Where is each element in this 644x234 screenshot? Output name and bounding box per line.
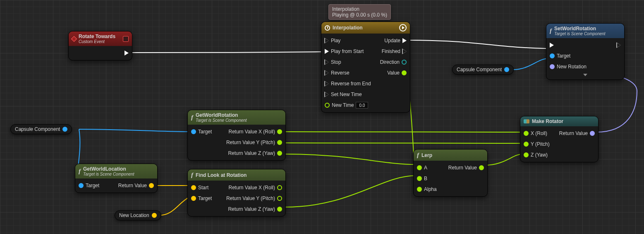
node-tooltip: Interpolation Playing @ 0.00 s (0.0 %)	[328, 4, 391, 20]
node-subtitle: Target is Scene Component	[196, 118, 247, 123]
node-make-rotator[interactable]: Make Rotator X (Roll) Return Value Y (Pi…	[520, 116, 599, 162]
stop-exec-pin[interactable]	[325, 60, 329, 65]
node-title: Find Look at Rotation	[196, 172, 247, 178]
direction-pin[interactable]	[402, 60, 407, 65]
z-yaw-pin[interactable]	[524, 152, 529, 157]
play-exec-pin[interactable]	[325, 38, 329, 43]
target-pin[interactable]	[191, 196, 196, 201]
function-icon: f	[191, 114, 193, 121]
node-subtitle: Target is Scene Component	[83, 172, 134, 176]
node-title: GetWorldLocation	[83, 166, 126, 172]
output-pin[interactable]	[152, 213, 157, 218]
var-label: Capsule Component	[457, 67, 502, 72]
var-new-location[interactable]: New Location	[115, 210, 161, 220]
roll-out-pin[interactable]	[277, 185, 282, 190]
exec-out-pin[interactable]	[124, 51, 129, 55]
new-time-pin[interactable]	[325, 103, 330, 108]
node-rotate-towards[interactable]: Rotate Towards Custom Event	[68, 31, 132, 60]
reverse-from-end-exec-pin[interactable]	[325, 81, 329, 86]
alpha-pin[interactable]	[417, 187, 422, 192]
output-pin[interactable]	[504, 67, 509, 72]
node-get-world-rotation[interactable]: f GetWorldRotation Target is Scene Compo…	[187, 110, 286, 161]
make-struct-icon	[524, 119, 529, 123]
output-pin[interactable]	[62, 127, 67, 132]
return-value-pin[interactable]	[479, 165, 484, 170]
function-icon: f	[550, 27, 552, 34]
node-lerp[interactable]: f Lerp A Return Value B Alpha	[413, 149, 488, 197]
node-set-world-rotation[interactable]: f SetWorldRotation Target is Scene Compo…	[546, 23, 625, 80]
function-icon: f	[191, 171, 193, 179]
yaw-out-pin[interactable]	[277, 151, 282, 156]
set-new-time-exec-pin[interactable]	[325, 92, 329, 97]
value-pin[interactable]	[402, 70, 407, 75]
node-title: SetWorldRotation	[554, 26, 596, 31]
delegate-pin[interactable]	[123, 36, 129, 42]
b-pin[interactable]	[417, 176, 422, 181]
node-find-look-at-rotation[interactable]: f Find Look at Rotation Start Return Val…	[187, 169, 286, 217]
yaw-out-pin[interactable]	[277, 207, 282, 212]
pitch-out-pin[interactable]	[277, 140, 282, 145]
node-title: Make Rotator	[532, 118, 563, 124]
exec-out-pin[interactable]	[617, 43, 621, 48]
target-pin[interactable]	[191, 129, 196, 134]
reverse-exec-pin[interactable]	[325, 70, 329, 75]
node-title: Lerp	[421, 152, 432, 158]
start-pin[interactable]	[191, 185, 196, 190]
event-icon	[71, 36, 77, 41]
a-pin[interactable]	[417, 165, 422, 170]
y-pitch-pin[interactable]	[524, 142, 529, 147]
play-from-start-exec-pin[interactable]	[325, 49, 329, 54]
roll-out-pin[interactable]	[277, 129, 282, 134]
target-pin[interactable]	[79, 183, 84, 188]
node-interpolation-timeline[interactable]: Interpolation Play Update Play from Star…	[321, 22, 410, 113]
x-roll-pin[interactable]	[524, 131, 529, 136]
node-subtitle: Target is Scene Component	[554, 31, 606, 36]
function-icon: f	[79, 168, 81, 175]
tooltip-line2: Playing @ 0.00 s (0.0 %)	[332, 12, 387, 18]
var-label: New Location	[119, 212, 149, 218]
exec-in-pin[interactable]	[550, 43, 554, 48]
play-icon[interactable]	[399, 24, 407, 31]
pitch-out-pin[interactable]	[277, 196, 282, 201]
var-capsule-component-2[interactable]: Capsule Component	[452, 65, 514, 75]
node-title: Rotate Towards	[79, 34, 115, 39]
target-pin[interactable]	[550, 53, 555, 58]
node-get-world-location[interactable]: f GetWorldLocation Target is Scene Compo…	[75, 164, 158, 193]
return-value-pin[interactable]	[149, 183, 154, 188]
new-time-input[interactable]	[356, 102, 368, 109]
node-title: Interpolation	[333, 25, 363, 31]
update-exec-pin[interactable]	[402, 38, 407, 43]
return-value-pin[interactable]	[590, 131, 595, 136]
tooltip-line1: Interpolation	[332, 6, 387, 12]
finished-exec-pin[interactable]	[402, 49, 407, 54]
new-rotation-pin[interactable]	[550, 64, 555, 69]
expand-chevron-icon[interactable]	[583, 74, 587, 76]
node-title: GetWorldRotation	[196, 112, 238, 118]
timeline-icon	[325, 25, 330, 31]
node-subtitle: Custom Event	[79, 39, 115, 44]
var-label: Capsule Component	[15, 126, 60, 132]
function-icon: f	[417, 152, 419, 159]
var-capsule-component-1[interactable]: Capsule Component	[10, 124, 72, 134]
